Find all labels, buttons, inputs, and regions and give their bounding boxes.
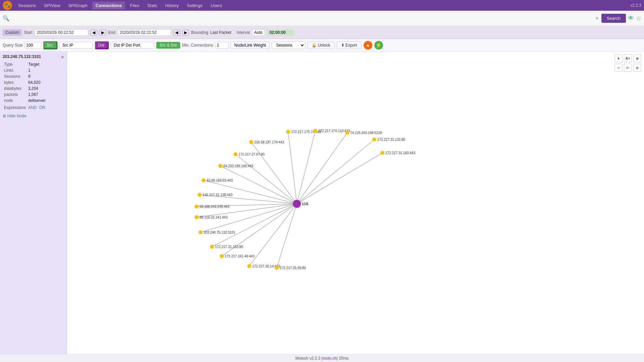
graph-node[interactable]: 64.233.189.100:443: [218, 164, 253, 168]
node-value[interactable]: dellserver: [28, 98, 63, 103]
graph-node[interactable]: 172.217.31.163:80: [210, 245, 243, 249]
unlock-icon: 🔓: [312, 43, 317, 48]
search-bar: 🔍 × Search 👁 ☆: [0, 11, 644, 26]
nav-settings[interactable]: Settings: [183, 2, 206, 9]
node-circle: [313, 129, 317, 133]
node-label: 68.116.32.141:443: [200, 216, 228, 219]
zoom-out-button[interactable]: −: [614, 64, 623, 72]
info-row-node: node dellserver: [3, 98, 63, 103]
export-button[interactable]: ⬆ Export: [337, 42, 362, 49]
graph-node[interactable]: 59.188.243.245:443: [195, 204, 229, 208]
footer-text: Moloch v2.2.3 |: [296, 356, 323, 361]
graph-node[interactable]: 203.240.75.132:3101: [199, 230, 235, 234]
graph-nodes: 172.217.175.74:443172.217.174.110:44374.…: [195, 129, 415, 270]
node-circle: [380, 151, 384, 155]
graph-node[interactable]: 142.217.31.138:443: [198, 193, 232, 197]
graph-node[interactable]: 74.125.203.188:5228: [345, 131, 382, 135]
graph-svg: 172.217.175.74:443172.217.174.110:44374.…: [67, 52, 644, 354]
font-increase-button[interactable]: A+: [624, 54, 632, 62]
nav-files[interactable]: Files: [126, 2, 142, 9]
graph-edge: [297, 131, 315, 204]
search-button[interactable]: Search: [601, 14, 626, 23]
close-sidebar-button[interactable]: ×: [61, 54, 64, 60]
graph-node[interactable]: 216.58.197.174:443: [249, 140, 284, 144]
nav-connections[interactable]: Connections: [92, 2, 125, 9]
node-circle: [247, 264, 251, 268]
center-node[interactable]: 119.: [293, 200, 309, 208]
end-time-input[interactable]: [117, 29, 171, 36]
visibility-button[interactable]: 👁: [628, 15, 634, 22]
app-logo: 🐾: [3, 1, 12, 10]
footer-link[interactable]: molo.ch: [323, 356, 337, 361]
unlock-button[interactable]: 🔓Unlock: [307, 42, 335, 49]
graph-node[interactable]: 172.217.31.131:80: [372, 137, 406, 141]
dst-tag-button[interactable]: Dst:: [95, 41, 109, 49]
packets-label: packets: [3, 92, 27, 97]
query-size-label: Query Size: [3, 43, 22, 48]
node-circle: [199, 230, 203, 234]
and-expression-link[interactable]: AND: [28, 105, 37, 110]
bytes-value[interactable]: 64,020: [28, 80, 63, 85]
nav-users[interactable]: Users: [207, 2, 225, 9]
node-ip-title: 203.240.75.132:3101: [3, 54, 64, 59]
time-value-input[interactable]: [267, 29, 294, 36]
zoom-fit-button[interactable]: ⊕: [633, 54, 641, 62]
nav-sessions[interactable]: Sessions: [15, 2, 39, 9]
node-circle: [198, 193, 202, 197]
start-label: Start: [24, 30, 32, 35]
node-circle: [195, 204, 199, 208]
sidebar: 203.240.75.132:3101 × Type Target Links …: [0, 52, 67, 354]
clear-search-button[interactable]: ×: [595, 15, 598, 21]
zoom-in-button[interactable]: +: [614, 54, 623, 62]
query-size-input[interactable]: [24, 42, 41, 49]
graph-node[interactable]: 172.217.161.46:443: [220, 254, 255, 258]
start-next-button[interactable]: ▶: [99, 29, 106, 36]
graph-node[interactable]: 172.217.27.67:80: [233, 152, 265, 156]
font-decrease-button[interactable]: A-: [624, 64, 632, 72]
end-prev-button[interactable]: ◀: [173, 29, 180, 36]
node-label: 142.217.31.138:443: [203, 193, 232, 197]
node-label: 172.217.161.46:443: [225, 254, 255, 258]
start-prev-button[interactable]: ◀: [90, 29, 97, 36]
databytes-value[interactable]: 3,204: [28, 86, 63, 91]
controls-bar: Custom Start ◀ ▶ End ◀ ▶ Bounding Last P…: [0, 26, 644, 39]
sessions-select[interactable]: Sessions: [272, 42, 305, 49]
node-label: 216.58.197.174:443: [254, 140, 284, 144]
nav-stats[interactable]: Stats: [144, 2, 161, 9]
nav-spiview[interactable]: SPIView: [41, 2, 64, 9]
search-input[interactable]: [11, 16, 595, 21]
node-label: node: [3, 98, 27, 103]
graph-node[interactable]: 68.116.32.141:443: [195, 215, 228, 219]
min-connections-input[interactable]: [215, 42, 228, 49]
node-circle: [210, 245, 214, 249]
nav-history[interactable]: History: [162, 2, 182, 9]
favorite-button[interactable]: ☆: [636, 15, 641, 22]
or-expression-link[interactable]: OR: [39, 105, 45, 110]
src-input[interactable]: [59, 42, 93, 49]
expressions-label: Expressions: [3, 104, 27, 110]
node-circle: [233, 152, 237, 156]
dst-input[interactable]: [111, 42, 154, 49]
node-label: 59.188.243.245:443: [200, 205, 229, 208]
zoom-reset-button[interactable]: ⊖: [633, 64, 641, 72]
graph-node[interactable]: 43.68.168.63:443: [202, 178, 233, 182]
center-circle: [293, 200, 301, 208]
graph-node[interactable]: 172.217.31.160:443: [380, 151, 415, 155]
node-link-weight-button[interactable]: Node/Link Weight: [230, 42, 270, 49]
green-circle-button[interactable]: ⚡: [374, 41, 383, 50]
orange-circle-button[interactable]: ●: [364, 41, 372, 50]
src-tag-button[interactable]: Src:: [43, 41, 57, 49]
hide-node-link[interactable]: ⊞ Hide Node: [3, 114, 64, 118]
end-next-button[interactable]: ▶: [182, 29, 189, 36]
zoom-controls: + A+ ⊕ − A- ⊖: [614, 54, 641, 72]
src-dst-button[interactable]: Src & Dst: [156, 42, 180, 49]
graph-node[interactable]: 172.217.174.110:443: [313, 129, 350, 133]
zoom-out-row: − A- ⊖: [614, 64, 641, 72]
nav-spigraph[interactable]: SPIGraph: [65, 2, 91, 9]
time-range-select[interactable]: Custom: [3, 29, 22, 36]
graph-canvas[interactable]: 172.217.175.74:443172.217.174.110:44374.…: [67, 52, 644, 354]
start-time-input[interactable]: [35, 29, 88, 36]
node-label: 172.217.31.163:80: [215, 245, 243, 249]
node-circle: [372, 137, 376, 141]
packets-value[interactable]: 1,067: [28, 92, 63, 97]
